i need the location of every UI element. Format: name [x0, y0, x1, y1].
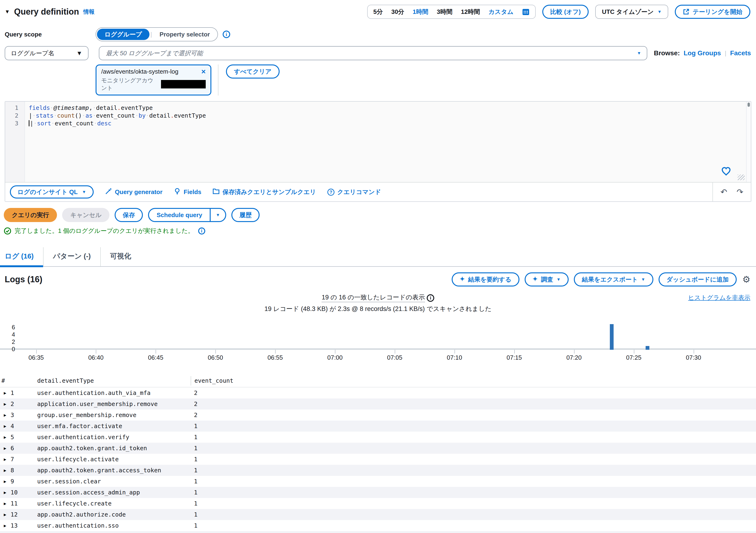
event-type-cell: user.lifecycle.create: [37, 500, 191, 507]
code-token: .: [117, 104, 121, 111]
row-index: 7: [11, 456, 14, 463]
table-row[interactable]: ▶1user.authentication.auth_via_mfa2: [0, 387, 756, 398]
editor-scrollbar[interactable]: [746, 102, 751, 182]
run-query-button[interactable]: クエリの実行: [4, 208, 57, 222]
settings-gear-icon[interactable]: ⚙: [742, 274, 750, 285]
results-button-2[interactable]: 結果をエクスポート▼: [574, 272, 653, 287]
time-range-12時間[interactable]: 12時間: [461, 8, 480, 16]
schedule-query-caret[interactable]: ▼: [210, 209, 225, 221]
table-row[interactable]: ▶4user.mfa.factor.activate1: [0, 420, 756, 432]
collapse-section-icon[interactable]: ▼: [5, 9, 10, 15]
expand-row-icon[interactable]: ▶: [4, 391, 6, 395]
expand-row-icon[interactable]: ▶: [4, 424, 6, 429]
toolbar-link-qmark[interactable]: ?クエリコマンド: [327, 188, 381, 196]
expand-row-icon[interactable]: ▶: [4, 446, 6, 451]
expand-row-icon[interactable]: ▶: [4, 468, 6, 473]
toggle-property-selector[interactable]: Property selector: [153, 31, 217, 38]
scope-toggle: ロググループ | Property selector: [95, 27, 218, 41]
info-link[interactable]: 情報: [83, 8, 94, 15]
table-row[interactable]: ▶5user.authentication.verify1: [0, 432, 756, 443]
cancel-button: キャンセル: [62, 208, 109, 222]
results-button-3[interactable]: ダッシュボードに追加: [659, 272, 737, 287]
table-row[interactable]: ▶3group.user_membership.remove2: [0, 410, 756, 420]
query-editor[interactable]: 123 fields·@timestamp,·detail.eventType|…: [5, 102, 751, 183]
toggle-log-groups[interactable]: ロググループ: [97, 29, 149, 40]
query-scope-row: Query scope ロググループ | Property selector i: [5, 27, 756, 41]
column-header-event-type[interactable]: detail.eventType: [37, 377, 191, 384]
clear-all-button[interactable]: すべてクリア: [226, 64, 280, 79]
event-count-cell: 1: [191, 423, 756, 429]
toolbar-link-folder[interactable]: 保存済みクエリとサンプルクエリ: [212, 188, 316, 196]
toolbar-link-label: 保存済みクエリとサンプルクエリ: [223, 188, 316, 196]
matched-records-text[interactable]: 19 の 16 の一致したレコードの表示: [322, 294, 425, 302]
time-range-3時間[interactable]: 3時間: [437, 8, 452, 16]
browse-log-groups-link[interactable]: Log Groups: [684, 49, 721, 57]
scrollbar-thumb[interactable]: [747, 103, 750, 107]
redo-icon[interactable]: ↷: [737, 188, 743, 196]
remove-log-group-icon[interactable]: ×: [201, 68, 206, 75]
schedule-query-label[interactable]: Schedule query: [149, 209, 210, 221]
calendar-icon[interactable]: [522, 8, 529, 15]
code-token: by: [139, 112, 146, 119]
matched-info-icon[interactable]: i: [427, 294, 434, 302]
table-row[interactable]: ▶7user.lifecycle.activate1: [0, 454, 756, 465]
query-code[interactable]: fields·@timestamp,·detail.eventType|·sta…: [25, 102, 746, 182]
histogram-bar[interactable]: [646, 346, 649, 350]
expand-row-icon[interactable]: ▶: [4, 457, 6, 462]
table-row[interactable]: ▶11user.lifecycle.create1: [0, 498, 756, 509]
table-row[interactable]: ▶6app.oauth2.token.grant.id_token1: [0, 443, 756, 454]
table-body: ▶1user.authentication.auth_via_mfa2▶2app…: [0, 387, 756, 533]
compare-button[interactable]: 比較 (オフ): [542, 5, 589, 19]
expand-row-icon[interactable]: ▶: [4, 501, 6, 506]
expand-row-icon[interactable]: ▶: [4, 479, 6, 484]
favorite-heart-icon[interactable]: [721, 167, 731, 177]
tab-patterns[interactable]: パターン (-): [43, 247, 100, 266]
start-tailing-button[interactable]: テーリングを開始: [675, 5, 750, 19]
expand-row-icon[interactable]: ▶: [4, 435, 6, 440]
table-row[interactable]: ▶2application.user_membership.remove2: [0, 398, 756, 410]
tab-logs[interactable]: ログ (16): [0, 247, 43, 266]
table-row[interactable]: ▶9user.session.clear1: [0, 476, 756, 487]
toolbar-link-wand[interactable]: Query generator: [105, 188, 162, 196]
browse-facets-link[interactable]: Facets: [730, 49, 751, 57]
code-line[interactable]: |·stats·count()·as·event_count·by·detail…: [29, 112, 746, 119]
schedule-query-button[interactable]: Schedule query ▼: [148, 208, 226, 222]
timezone-dropdown[interactable]: UTC タイムゾーン ▼: [595, 5, 668, 19]
history-button[interactable]: 履歴: [231, 208, 259, 222]
results-button-1[interactable]: ✦調査▼: [525, 272, 569, 287]
hide-histogram-link[interactable]: ヒストグラムを非表示: [688, 293, 750, 302]
chevron-down-icon[interactable]: ▼: [637, 51, 641, 56]
save-button[interactable]: 保存: [115, 208, 143, 222]
expand-row-icon[interactable]: ▶: [4, 401, 6, 406]
undo-icon[interactable]: ↶: [720, 188, 727, 196]
expand-row-icon[interactable]: ▶: [4, 523, 6, 528]
table-row[interactable]: ▶8app.oauth2.token.grant.access_token1: [0, 465, 756, 476]
scope-info-icon[interactable]: i: [223, 31, 230, 38]
time-range-カスタム[interactable]: カスタム: [488, 8, 513, 16]
time-range-30分[interactable]: 30分: [391, 8, 404, 16]
column-header-event-count[interactable]: event_count: [191, 376, 756, 386]
log-group-name-select[interactable]: ロググループ名 ▼: [5, 46, 89, 60]
toolbar-link-bulb[interactable]: Fields: [174, 188, 201, 196]
insights-ql-dropdown[interactable]: ログのインサイト QL ▼: [10, 185, 94, 198]
column-header-index[interactable]: #: [0, 377, 37, 384]
table-row[interactable]: ▶12app.oauth2.authorize.code1: [0, 509, 756, 520]
editor-resize-handle[interactable]: [738, 174, 745, 180]
table-row[interactable]: ▶10user.session.access_admin_app1: [0, 487, 756, 498]
time-range-5分[interactable]: 5分: [373, 8, 383, 16]
expand-row-icon[interactable]: ▶: [4, 490, 6, 495]
sparkle-icon: ✦: [533, 276, 538, 282]
table-row[interactable]: ▶14policy.evaluate_sign_on1: [0, 531, 756, 533]
results-button-0[interactable]: ✦結果を要約する: [452, 272, 520, 287]
status-info-icon[interactable]: i: [198, 227, 205, 235]
expand-row-icon[interactable]: ▶: [4, 512, 6, 517]
log-group-search-input[interactable]: [105, 49, 637, 57]
table-row[interactable]: ▶13user.authentication.sso1: [0, 520, 756, 531]
code-line[interactable]: |·sort·event_count·desc: [29, 119, 746, 127]
expand-row-icon[interactable]: ▶: [4, 413, 6, 418]
histogram-bar[interactable]: [610, 324, 614, 350]
tab-visualization[interactable]: 可視化: [100, 247, 141, 266]
row-index: 3: [11, 412, 14, 419]
time-range-1時間[interactable]: 1時間: [413, 8, 428, 16]
code-line[interactable]: fields·@timestamp,·detail.eventType: [29, 104, 746, 112]
